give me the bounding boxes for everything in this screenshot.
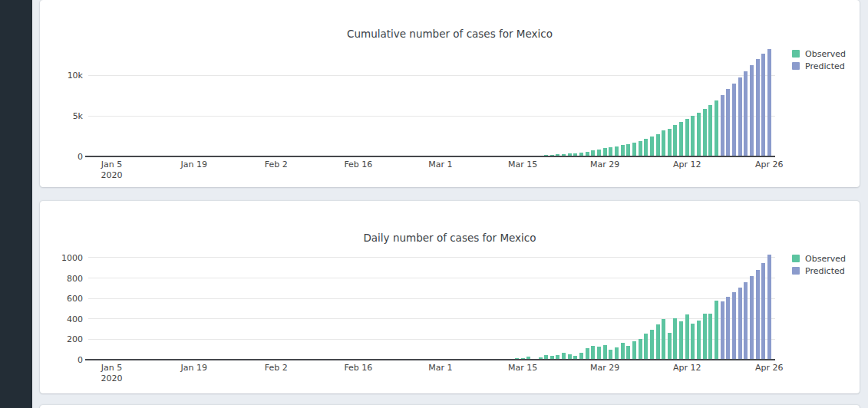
svg-text:Apr 12: Apr 12 (673, 363, 701, 373)
legend-item-predicted[interactable]: Predicted (792, 60, 846, 72)
daily-chart-card: 02004006008001000Jan 52020Jan 19Feb 2Feb… (40, 201, 860, 393)
daily-cases-chart[interactable]: 02004006008001000Jan 52020Jan 19Feb 2Feb… (40, 201, 860, 393)
legend-item-predicted[interactable]: Predicted (792, 265, 846, 277)
cumulative-chart-title: Cumulative number of cases for Mexico (40, 28, 860, 40)
next-chart-card-edge (40, 405, 860, 408)
svg-text:Mar 29: Mar 29 (590, 363, 619, 373)
svg-text:Mar 29: Mar 29 (590, 160, 619, 169)
svg-text:5k: 5k (73, 111, 84, 121)
legend-label-predicted: Predicted (805, 62, 845, 71)
legend-item-observed[interactable]: Observed (792, 252, 846, 265)
sidebar-nav (0, 0, 32, 408)
observed-swatch (792, 255, 800, 262)
cumulative-chart-card: 05k10kJan 52020Jan 19Feb 2Feb 16Mar 1Mar… (40, 0, 860, 187)
predicted-swatch (792, 62, 800, 70)
daily-chart-legend: Observed Predicted (792, 252, 846, 277)
svg-text:Mar 15: Mar 15 (508, 363, 537, 373)
legend-item-observed[interactable]: Observed (792, 48, 846, 60)
svg-text:2020: 2020 (101, 373, 123, 383)
svg-text:Mar 1: Mar 1 (428, 363, 452, 373)
svg-text:Feb 2: Feb 2 (265, 160, 288, 169)
legend-label-predicted: Predicted (805, 267, 845, 275)
cumulative-chart-legend: Observed Predicted (792, 48, 846, 72)
svg-text:400: 400 (67, 314, 83, 324)
svg-text:200: 200 (67, 334, 83, 344)
svg-text:0: 0 (78, 152, 83, 162)
svg-text:Feb 16: Feb 16 (344, 160, 372, 169)
svg-text:Jan 19: Jan 19 (180, 363, 206, 373)
svg-text:Jan 5: Jan 5 (101, 363, 122, 373)
svg-text:600: 600 (67, 294, 83, 304)
svg-text:2020: 2020 (101, 170, 123, 180)
svg-text:Apr 26: Apr 26 (755, 363, 784, 373)
svg-text:Feb 2: Feb 2 (265, 363, 288, 373)
svg-text:800: 800 (67, 274, 83, 284)
svg-text:Mar 15: Mar 15 (508, 160, 537, 169)
svg-text:1000: 1000 (61, 253, 83, 263)
svg-text:Jan 19: Jan 19 (180, 160, 206, 169)
svg-text:0: 0 (78, 355, 83, 365)
svg-text:Apr 12: Apr 12 (673, 160, 701, 169)
legend-label-observed: Observed (805, 50, 846, 58)
predicted-swatch (792, 267, 800, 275)
legend-label-observed: Observed (805, 255, 846, 263)
svg-text:Apr 26: Apr 26 (755, 160, 784, 169)
observed-swatch (792, 50, 800, 58)
svg-text:10k: 10k (68, 71, 84, 81)
svg-text:Feb 16: Feb 16 (344, 363, 372, 373)
svg-text:Mar 1: Mar 1 (428, 160, 452, 169)
daily-chart-title: Daily number of cases for Mexico (40, 232, 860, 244)
svg-text:Jan 5: Jan 5 (101, 160, 122, 169)
